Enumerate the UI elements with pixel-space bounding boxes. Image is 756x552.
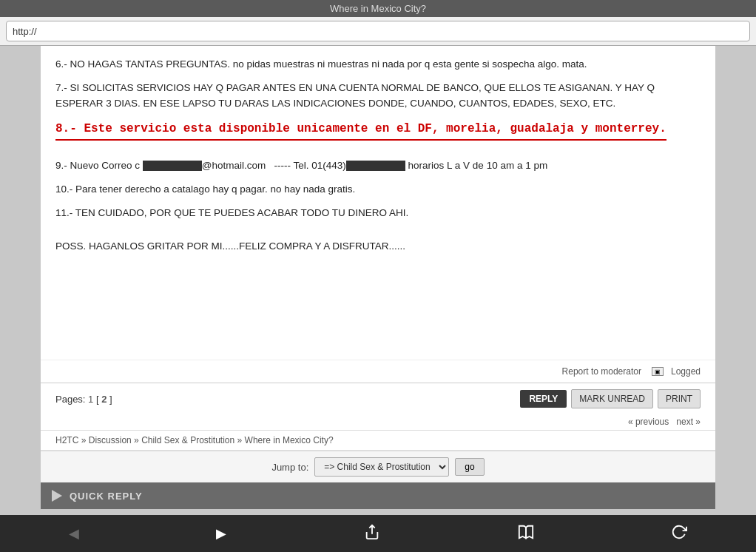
breadcrumb-bar: H2TC » Discussion » Child Sex & Prostitu… <box>41 430 715 451</box>
mark-unread-button[interactable]: MARK UNREAD <box>571 389 653 408</box>
jump-select[interactable]: => Child Sex & Prostitution <box>314 457 449 477</box>
message-end: POSS. HAGANLOS GRITAR POR MI......FELIZ … <box>55 239 701 254</box>
bookmarks-button[interactable] <box>503 518 549 550</box>
breadcrumb-discussion[interactable]: Discussion <box>89 435 132 445</box>
scroll-area[interactable]: 6.- NO HAGAS TANTAS PREGUNTAS. no pidas … <box>41 46 715 360</box>
action-bar: Pages: 1 [ 2 ] REPLY MARK UNREAD PRINT <box>41 383 715 414</box>
url-input[interactable] <box>6 21 750 41</box>
logged-text: Logged <box>671 366 701 377</box>
message-8: 8.- Este servicio esta disponible unicam… <box>55 120 666 141</box>
message-9: 9.- Nuevo Correo c @hotmail.com ----- Te… <box>55 158 701 173</box>
reply-button[interactable]: REPLY <box>520 390 567 408</box>
breadcrumb-h2tc[interactable]: H2TC <box>55 435 78 445</box>
quick-reply-label: QUICK REPLY <box>70 491 143 502</box>
message-6: 6.- NO HAGAS TANTAS PREGUNTAS. no pidas … <box>55 57 701 72</box>
message-10: 10.- Para tener derecho a catalago hay q… <box>55 182 701 197</box>
main-wrapper: 6.- NO HAGAS TANTAS PREGUNTAS. no pidas … <box>0 46 756 515</box>
print-button[interactable]: PRINT <box>658 389 701 408</box>
page-title: Where in Mexico City? <box>330 3 426 14</box>
jump-label: Jump to: <box>271 462 308 473</box>
redacted-phone <box>346 161 405 171</box>
page-2-link[interactable]: 2 <box>99 394 109 405</box>
refresh-button[interactable] <box>656 518 702 550</box>
quick-reply-bar[interactable]: QUICK REPLY <box>41 482 715 509</box>
message-8-wrapper: 8.- Este servicio esta disponible unicam… <box>55 120 701 149</box>
bottom-nav: ◀ ▶ <box>0 515 756 552</box>
jump-bar: Jump to: => Child Sex & Prostitution go <box>41 451 715 482</box>
share-button[interactable] <box>349 518 395 550</box>
page-1-link[interactable]: 1 <box>88 394 96 405</box>
logged-icon: ▣ <box>652 367 664 376</box>
next-link[interactable]: next » <box>676 417 701 427</box>
action-buttons: REPLY MARK UNREAD PRINT <box>520 389 701 408</box>
post-footer: Report to moderator ▣ Logged <box>41 360 715 383</box>
play-icon <box>52 490 62 502</box>
go-button[interactable]: go <box>455 458 484 476</box>
nav-links: « previous next » <box>41 417 715 430</box>
pages-info: Pages: 1 [ 2 ] <box>55 394 112 405</box>
breadcrumb-current[interactable]: Where in Mexico City? <box>245 435 334 445</box>
redacted-email-prefix <box>143 161 202 171</box>
message-11: 11.- TEN CUIDADO, POR QUE TE PUEDES ACAB… <box>55 206 701 221</box>
report-to-moderator-link[interactable]: Report to moderator <box>562 366 641 377</box>
prev-link[interactable]: « previous <box>628 417 669 427</box>
url-bar <box>0 17 756 46</box>
forward-button[interactable]: ▶ <box>201 519 241 548</box>
breadcrumb-child-sex[interactable]: Child Sex & Prostitution <box>141 435 234 445</box>
message-7: 7.- SI SOLICITAS SERVICIOS HAY Q PAGAR A… <box>55 81 701 111</box>
back-button[interactable]: ◀ <box>54 519 94 548</box>
content-frame: 6.- NO HAGAS TANTAS PREGUNTAS. no pidas … <box>41 46 715 451</box>
title-bar: Where in Mexico City? <box>0 0 756 17</box>
